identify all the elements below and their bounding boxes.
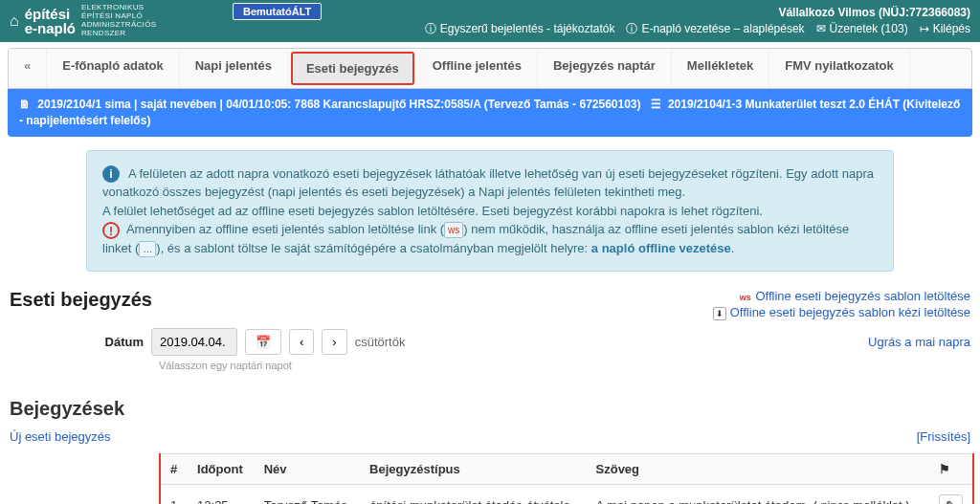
download-icon: … (139, 241, 156, 257)
date-input[interactable] (151, 328, 237, 356)
link-simple-reporting[interactable]: ⓘEgyszerű bejelentés - tájékoztatók (425, 21, 615, 37)
prev-day-button[interactable]: ‹ (289, 329, 314, 355)
tab-back[interactable]: « (9, 49, 47, 88)
info-icon: i (102, 165, 120, 183)
tab-napi-jelentes[interactable]: Napi jelentés (180, 49, 288, 88)
link-guide[interactable]: ⓘE-napló vezetése – alaplépések (626, 21, 804, 37)
entries-title: Bejegyzések (10, 398, 970, 420)
logout-icon: ↦ (920, 22, 929, 35)
col-num: # (160, 454, 188, 485)
tab-eseti-bejegyzes[interactable]: Eseti bejegyzés (291, 52, 414, 85)
next-day-button[interactable]: › (322, 329, 346, 355)
day-name: csütörtök (355, 335, 406, 349)
cell-type: építési munkaterület átadás-átvétele (360, 485, 586, 504)
col-text: Szöveg (587, 454, 929, 485)
logo-subtitle: ELEKTRONIKUS ÉPÍTÉSI NAPLÓ ADMINISZTRÁCI… (81, 4, 156, 37)
list-icon: ☰ (651, 97, 661, 113)
link-download-template-manual[interactable]: Offline eseti bejegyzés sablon kézi letö… (730, 305, 970, 319)
info-icon: ⓘ (626, 21, 637, 37)
col-type: Bejegyzéstípus (360, 454, 586, 485)
logo: építési e-napló ELEKTRONIKUS ÉPÍTÉSI NAP… (25, 4, 157, 37)
link-download-template[interactable]: Offline eseti bejegyzés sablon letöltése (755, 289, 970, 303)
tab-fmv[interactable]: FMV nyilatkozatok (769, 49, 909, 88)
top-bar: ⌂ építési e-napló ELEKTRONIKUS ÉPÍTÉSI N… (0, 0, 980, 42)
mail-icon: ✉ (816, 22, 826, 35)
info-icon: ⓘ (425, 21, 436, 37)
table-row: 1 12:35 Tervező Tamás építési munkaterül… (160, 485, 973, 504)
tab-bar: « E-főnapló adatok Napi jelentés Eseti b… (8, 48, 972, 89)
link-offline-guide[interactable]: a napló offline vezetése (591, 241, 731, 255)
warning-icon: ! (102, 222, 120, 239)
cell-name: Tervező Tamás (255, 485, 360, 504)
cell-num: 1 (160, 485, 188, 504)
info-text-3c: ), és a sablont töltse le saját számítóg… (156, 241, 591, 255)
entries-table: # Időpont Név Bejegyzéstípus Szöveg ⚑ 1 … (159, 453, 974, 504)
chevron-right-icon: › (332, 335, 336, 349)
demo-badge: BemutatóÁLT (233, 3, 322, 20)
breadcrumb-left: 2019/2104/1 sima | saját nevében | 04/01… (37, 98, 640, 111)
logo-line2: e-napló (25, 20, 76, 36)
tab-offline-jelentes[interactable]: Offline jelentés (417, 49, 538, 88)
user-block: Vállalkozó Vilmos (NÜJ:772366083) ⓘEgysz… (425, 6, 970, 37)
info-text-1: A felületen az adott napra vonatkozó ese… (102, 166, 874, 200)
link-jump-today[interactable]: Ugrás a mai napra (868, 335, 970, 349)
edit-button[interactable]: ✎ (939, 494, 963, 504)
cell-text: A mai napon a munkaterületet átadom. ( n… (587, 485, 929, 504)
home-icon[interactable]: ⌂ (10, 12, 19, 30)
doc-icon: 🗎 (19, 97, 31, 113)
link-messages[interactable]: ✉Üzenetek (103) (816, 21, 908, 37)
edit-icon: ✎ (946, 498, 956, 504)
info-panel: i A felületen az adott napra vonatkozó e… (86, 150, 894, 273)
calendar-button[interactable]: 📅 (245, 329, 281, 355)
tab-mellekletek[interactable]: Mellékletek (672, 49, 769, 88)
chevron-left-icon: ‹ (300, 335, 303, 349)
link-refresh[interactable]: [Frissítés] (917, 429, 970, 444)
calendar-icon: 📅 (256, 335, 271, 349)
user-id: (NÜJ:772366083) (879, 6, 970, 19)
cell-time: 12:35 (188, 485, 255, 504)
breadcrumb: 🗎 2019/2104/1 sima | saját nevében | 04/… (8, 89, 972, 137)
link-new-entry[interactable]: Új eseti bejegyzés (10, 429, 111, 444)
tab-efonaplo[interactable]: E-főnapló adatok (47, 49, 179, 88)
link-logout[interactable]: ↦Kilépés (920, 21, 970, 37)
ws-icon: ws (739, 292, 752, 305)
info-text-3a: Amennyiben az offline eseti jelentés sab… (126, 222, 444, 236)
col-name: Név (255, 454, 360, 485)
tab-bejegyzes-naptar[interactable]: Bejegyzés naptár (538, 49, 672, 88)
col-time: Időpont (188, 454, 255, 485)
date-helper-text: Válasszon egy naptári napot (159, 360, 970, 371)
info-text-2: A felület lehetőséget ad az offline eset… (102, 204, 763, 218)
download-icon: ⬇ (713, 307, 726, 320)
date-label: Dátum (96, 335, 144, 349)
col-flag: ⚑ (929, 454, 973, 485)
ws-icon: ws (444, 222, 463, 238)
section-title: Eseti bejegyzés (10, 289, 152, 311)
user-name: Vállalkozó Vilmos (778, 6, 875, 19)
